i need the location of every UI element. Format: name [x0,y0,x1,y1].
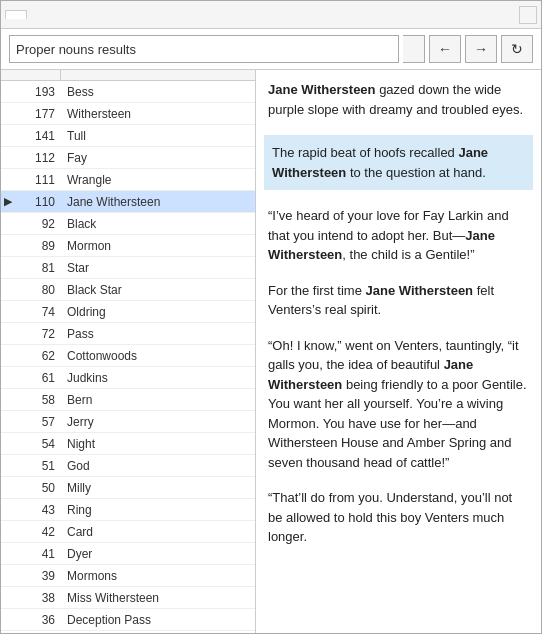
table-row[interactable]: 81Star [1,257,255,279]
title-bar [1,1,541,29]
row-noun: Fay [61,148,255,168]
row-count: 111 [15,170,61,190]
table-row[interactable]: 61Judkins [1,367,255,389]
table-row[interactable]: 92Black [1,213,255,235]
forward-icon: → [474,41,488,57]
row-noun: Milly [61,478,255,498]
row-count: 81 [15,258,61,278]
row-count: 74 [15,302,61,322]
row-count: 72 [15,324,61,344]
table-body[interactable]: 193Bess177Withersteen141Tull112Fay111Wra… [1,81,255,633]
row-count: 62 [15,346,61,366]
table-row[interactable]: 111Wrangle [1,169,255,191]
table-row[interactable]: 39Mormons [1,565,255,587]
table-row[interactable]: 72Pass [1,323,255,345]
row-noun: Star [61,258,255,278]
row-count: 36 [15,610,61,630]
row-noun: Wrangle [61,170,255,190]
toolbar: ← → ↻ [1,29,541,70]
row-count: 80 [15,280,61,300]
text-passage: The rapid beat of hoofs recalled Jane Wi… [264,135,533,190]
row-noun: Mormons [61,566,255,586]
table-row[interactable]: 112Fay [1,147,255,169]
back-button[interactable]: ← [429,35,461,63]
row-noun: Judkins [61,368,255,388]
left-panel: 193Bess177Withersteen141Tull112Fay111Wra… [1,70,256,633]
highlighted-noun: Jane Withersteen [366,283,474,298]
row-noun: Black [61,214,255,234]
table-row[interactable]: 89Mormon [1,235,255,257]
passage-text: , the child is a Gentile!” [342,247,474,262]
row-noun: Night [61,434,255,454]
table-row[interactable]: 54Night [1,433,255,455]
table-row[interactable]: 74Oldring [1,301,255,323]
text-passage: “Oh! I know,” went on Venters, tauntingl… [268,336,529,473]
row-noun: Withersteen [61,104,255,124]
table-row[interactable]: 62Cottonwoods [1,345,255,367]
table-row[interactable]: 177Withersteen [1,103,255,125]
passage-text: “Oh! I know,” went on Venters, tauntingl… [268,338,519,373]
passage-text: The rapid beat of hoofs recalled [272,145,458,160]
row-count: 39 [15,566,61,586]
table-row[interactable]: 193Bess [1,81,255,103]
search-input[interactable] [9,35,399,63]
text-passage: “I’ve heard of your love for Fay Larkin … [268,206,529,265]
row-noun: Tull [61,126,255,146]
row-noun: Jane Withersteen [61,192,255,212]
right-panel[interactable]: Jane Withersteen gazed down the wide pur… [256,70,541,633]
back-icon: ← [438,41,452,57]
row-noun: Jerry [61,412,255,432]
row-count: 61 [15,368,61,388]
table-row[interactable]: 57Jerry [1,411,255,433]
row-count: 51 [15,456,61,476]
title-tab [5,10,27,19]
row-count: 141 [15,126,61,146]
row-noun: Miss Withersteen [61,588,255,608]
row-noun: Black Star [61,280,255,300]
refresh-button[interactable]: ↻ [501,35,533,63]
table-row[interactable]: 80Black Star [1,279,255,301]
row-count: 112 [15,148,61,168]
row-noun: Mormon [61,236,255,256]
row-count: 50 [15,478,61,498]
close-button[interactable] [519,6,537,24]
refresh-icon: ↻ [511,41,523,57]
passage-text: “That’ll do from you. Understand, you’ll… [268,490,512,544]
text-passage: “That’ll do from you. Understand, you’ll… [268,488,529,547]
table-row[interactable]: 41Dyer [1,543,255,565]
text-passage: For the first time Jane Withersteen felt… [268,281,529,320]
row-count: 177 [15,104,61,124]
row-noun: Card [61,522,255,542]
table-row[interactable]: 50Milly [1,477,255,499]
forward-button[interactable]: → [465,35,497,63]
text-passage: Jane Withersteen gazed down the wide pur… [268,80,529,119]
passage-text: For the first time [268,283,366,298]
row-count: 42 [15,522,61,542]
row-noun: Oldring [61,302,255,322]
table-row[interactable]: 38Miss Withersteen [1,587,255,609]
row-count: 58 [15,390,61,410]
row-count: 38 [15,588,61,608]
row-noun: Cottonwoods [61,346,255,366]
dropdown-button[interactable] [403,35,425,63]
row-noun: Pass [61,324,255,344]
row-noun: Dyer [61,544,255,564]
table-row[interactable]: 42Card [1,521,255,543]
passage-text: to the question at hand. [346,165,486,180]
row-count: 193 [15,82,61,102]
main-window: ← → ↻ 193Bess177Withersteen141Tull112Fay… [0,0,542,634]
table-row[interactable]: 36Deception Pass [1,609,255,631]
row-count: 41 [15,544,61,564]
table-row[interactable]: 141Tull [1,125,255,147]
row-noun: Deception Pass [61,610,255,630]
table-header [1,70,255,81]
table-row[interactable]: 58Bern [1,389,255,411]
col-count-header [1,70,61,80]
row-noun: Bern [61,390,255,410]
table-row[interactable]: ▶110Jane Withersteen [1,191,255,213]
table-row[interactable]: 43Ring [1,499,255,521]
content-area: 193Bess177Withersteen141Tull112Fay111Wra… [1,70,541,633]
row-count: 43 [15,500,61,520]
col-noun-header [61,70,255,80]
table-row[interactable]: 51God [1,455,255,477]
